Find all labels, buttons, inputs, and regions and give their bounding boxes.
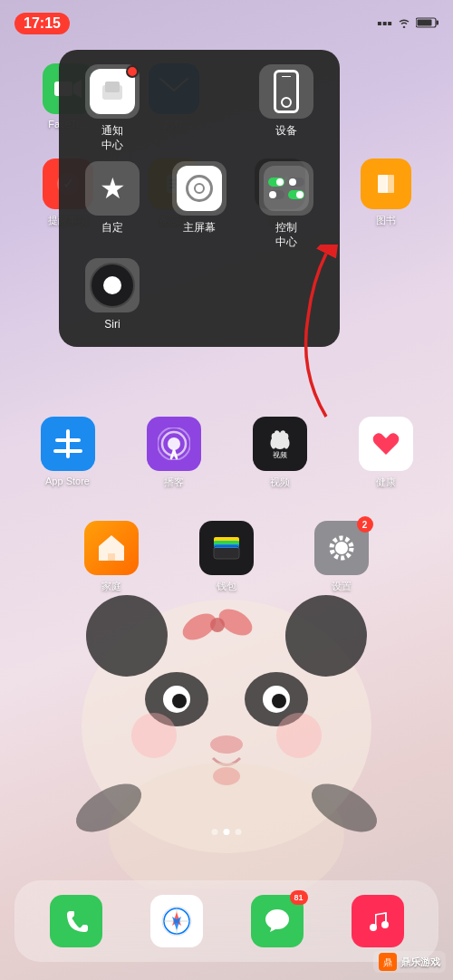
red-arrow	[281, 245, 353, 429]
podcasts-label: 播客	[164, 476, 184, 489]
toggle-row-1	[268, 178, 304, 187]
toggle-knob-1	[276, 178, 284, 186]
homescreen-label: 主屏幕	[183, 221, 216, 235]
home-circle-inner	[194, 183, 205, 194]
podcasts-icon	[147, 417, 201, 471]
svg-point-18	[276, 713, 322, 758]
siri-icon-box	[85, 258, 140, 312]
svg-text:鼎: 鼎	[383, 957, 392, 967]
status-icons: ▪▪▪	[377, 15, 439, 32]
app-podcasts[interactable]: 播客	[138, 417, 210, 489]
toggle-on	[268, 178, 284, 187]
svg-point-17	[131, 713, 177, 758]
menu-item-siri[interactable]: Siri	[73, 258, 151, 332]
settings-icon: 2	[314, 521, 369, 575]
home-app-label: 家庭	[101, 580, 121, 593]
svg-rect-20	[437, 21, 439, 25]
watermark-label: 鼎乐游戏	[400, 956, 440, 969]
notification-dot	[126, 65, 139, 78]
wallet-label: 钱包	[217, 580, 236, 593]
dock-messages-icon: 81	[251, 895, 304, 947]
status-bar: 17:15 ▪▪▪	[0, 0, 453, 40]
toggle-row-2	[268, 190, 304, 199]
menu-item-customize[interactable]: ★ 自定	[73, 161, 151, 249]
notification-label: 通知中心	[101, 124, 123, 152]
svg-text:视频: 视频	[273, 451, 287, 459]
app-settings[interactable]: 2 设置	[305, 521, 378, 593]
empty-icon-2	[361, 63, 411, 114]
svg-point-39	[168, 437, 180, 450]
home-app-icon	[84, 521, 139, 575]
menu-spacer-1	[160, 64, 215, 152]
svg-rect-32	[386, 175, 394, 193]
star-icon: ★	[100, 171, 126, 206]
control-center-icon	[264, 166, 309, 211]
dot-3	[236, 829, 242, 835]
appstore-label: App Store	[45, 476, 90, 486]
customize-icon-box: ★	[85, 161, 140, 216]
app-appstore[interactable]: App Store	[32, 417, 104, 489]
homescreen-icon-box	[172, 161, 226, 216]
dock-messages[interactable]: 81	[251, 895, 304, 947]
signal-icon: ▪▪▪	[377, 15, 392, 32]
watermark: 鼎 鼎乐游戏	[373, 951, 446, 973]
homescreen-icon	[177, 166, 222, 211]
messages-badge: 81	[290, 890, 308, 905]
dock-phone-icon	[50, 895, 102, 947]
app-wallet[interactable]: 钱包	[190, 521, 263, 593]
svg-rect-49	[214, 548, 239, 559]
svg-point-59	[265, 909, 289, 929]
svg-rect-45	[108, 553, 115, 561]
dock-music-icon	[352, 895, 404, 947]
siri-icon	[90, 263, 135, 308]
siri-inner	[103, 276, 121, 294]
books-icon	[361, 159, 411, 209]
home-circle	[186, 175, 213, 202]
device-icon-box	[259, 64, 313, 119]
wifi-icon	[397, 15, 411, 32]
toggle-off	[288, 178, 304, 187]
menu-item-control[interactable]: 控制中心	[247, 161, 325, 249]
appstore-icon	[41, 417, 95, 471]
app-health[interactable]: 健康	[350, 417, 422, 489]
menu-item-homescreen[interactable]: 主屏幕	[160, 161, 238, 249]
dock-phone[interactable]	[50, 895, 102, 947]
customize-label: 自定	[101, 221, 123, 235]
svg-rect-63	[375, 915, 377, 927]
notification-icon-box	[85, 64, 140, 119]
device-phone-icon	[274, 70, 299, 113]
app-empty2	[354, 63, 418, 132]
menu-item-notification[interactable]: 通知中心	[73, 64, 151, 152]
svg-rect-64	[385, 913, 387, 925]
svg-point-1	[86, 595, 168, 677]
svg-point-8	[272, 694, 286, 708]
svg-point-2	[285, 595, 367, 677]
svg-point-9	[210, 735, 243, 754]
svg-point-51	[335, 542, 348, 554]
toggle-knob-4	[296, 191, 304, 198]
dock-music[interactable]	[352, 895, 404, 947]
device-label: 设备	[275, 124, 297, 139]
books-label: 图书	[376, 214, 396, 227]
toggle-knob-3	[269, 191, 276, 198]
dot-2	[224, 829, 230, 835]
app-home[interactable]: 家庭	[75, 521, 148, 593]
health-label: 健康	[376, 476, 396, 489]
app-row-2: 家庭 钱包 2 设置	[0, 521, 453, 593]
app-row-1: App Store 播客 视频 视频	[0, 417, 453, 489]
siri-label: Siri	[104, 318, 120, 332]
wallet-icon	[199, 521, 254, 575]
dock-safari-icon	[150, 895, 203, 947]
health-icon	[359, 417, 413, 471]
dock-safari[interactable]	[150, 895, 203, 947]
status-time: 17:15	[14, 13, 70, 34]
battery-icon	[416, 15, 439, 32]
toggle-off-2	[268, 190, 284, 199]
svg-point-7	[172, 694, 187, 708]
dot-1	[212, 829, 218, 835]
svg-rect-34	[105, 82, 120, 92]
menu-item-device[interactable]: 设备	[247, 64, 325, 152]
notification-center-icon	[90, 69, 135, 114]
svg-line-43	[174, 450, 177, 458]
app-books[interactable]: 图书	[354, 159, 418, 227]
